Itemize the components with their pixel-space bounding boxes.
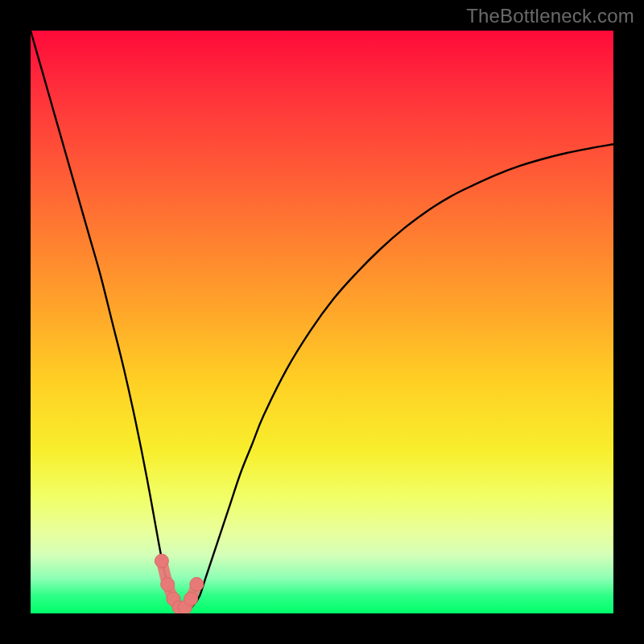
chart-frame: TheBottleneck.com (0, 0, 644, 644)
curve-marker (161, 577, 175, 591)
bottleneck-curve (31, 31, 613, 611)
curve-marker (155, 554, 168, 568)
curve-marker (184, 592, 198, 605)
curve-layer (31, 31, 613, 613)
watermark-text: TheBottleneck.com (466, 5, 634, 27)
curve-markers (155, 554, 203, 613)
plot-area (31, 31, 613, 613)
curve-marker (190, 577, 204, 591)
